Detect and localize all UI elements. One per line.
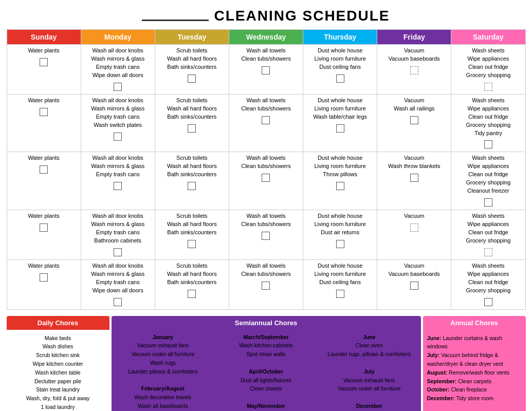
- annual-header: Annual Chores: [423, 316, 526, 330]
- daily-item: Make beds: [11, 334, 105, 343]
- header-sunday: Sunday: [7, 30, 81, 45]
- cell-row4-sun: Water plants: [7, 259, 81, 309]
- cell-row4-mon: Wash all door knobsWash mirrors & glassE…: [81, 259, 155, 309]
- schedule-table: Sunday Monday Tuesday Wednesday Thursday…: [7, 29, 526, 310]
- cell-row3-sat: Wash sheetsWipe appliancesClean out frid…: [451, 210, 525, 260]
- cell-row3-wed: Wash all towelsClean tubs/showers: [229, 210, 303, 260]
- cell-row2-tue: Scrub toiletsWash all hard floorsBath si…: [155, 152, 229, 210]
- cell-row0-thu: Dust whole houseLiving room furnitureDus…: [303, 45, 377, 95]
- daily-header: Daily Chores: [7, 316, 109, 330]
- cell-row4-wed: Wash all towelsClean tubs/showers: [229, 259, 303, 309]
- daily-chores-panel: Daily Chores Make bedsWash dishesScrub k…: [7, 316, 109, 411]
- cell-row3-thu: Dust whole houseLiving room furnitureDus…: [303, 210, 377, 260]
- bottom-section: Daily Chores Make bedsWash dishesScrub k…: [7, 316, 526, 411]
- cell-row2-thu: Dust whole houseLiving room furnitureThr…: [303, 152, 377, 210]
- cell-row0-mon: Wash all door knobsWash mirrors & glassE…: [81, 45, 155, 95]
- annual-item: June: Launder curtains & wash windows: [427, 334, 522, 351]
- cell-row4-fri: VacuumVacuum baseboards: [377, 259, 451, 309]
- daily-item: 1 load laundry: [11, 403, 105, 411]
- annual-item: October: Clean fireplace: [427, 385, 522, 394]
- cell-row2-wed: Wash all towelsClean tubs/showers: [229, 152, 303, 210]
- cell-row1-mon: Wash all door knobsWash mirrors & glassE…: [81, 94, 155, 152]
- cell-row1-sun: Water plants: [7, 94, 81, 152]
- daily-item: Wipe kitchen counter: [11, 360, 105, 368]
- cell-row2-fri: VacuumWash throw blankets: [377, 152, 451, 210]
- annual-item: August: Remove/wash floor vents: [427, 368, 522, 377]
- semi-right-top: March/SeptemberWash kitchen cabinetsSpot…: [214, 330, 318, 411]
- semiannual-inner: JanuaryVacuum exhaust fansVacuum under a…: [112, 330, 421, 411]
- cell-row2-mon: Wash all door knobsWash mirrors & glassE…: [81, 152, 155, 210]
- daily-item: Wash kitchen table: [11, 368, 105, 377]
- semiannual-header: Semiannual Chores: [112, 316, 421, 330]
- cell-row1-wed: Wash all towelsClean tubs/showers: [229, 94, 303, 152]
- header-saturday: Saturday: [451, 30, 525, 45]
- header-wednesday: Wednesday: [229, 30, 303, 45]
- daily-item: Declutter paper pile: [11, 377, 105, 386]
- daily-item: Wash, dry, fold & put away: [11, 394, 105, 403]
- cell-row1-fri: VacuumWash all railings: [377, 94, 451, 152]
- cell-row2-sun: Water plants: [7, 152, 81, 210]
- daily-item: Stain treat laundry: [11, 385, 105, 394]
- annual-item: December: Tidy store room: [427, 394, 522, 403]
- page: CLEANING SCHEDULE Sunday Monday Tuesday …: [7, 0, 526, 411]
- daily-item: Scrub kitchen sink: [11, 351, 105, 360]
- cell-row0-wed: Wash all towelsClean tubs/showers: [229, 45, 303, 95]
- cell-row3-tue: Scrub toiletsWash all hard floorsBath si…: [155, 210, 229, 260]
- cell-row0-sun: Water plants: [7, 45, 81, 95]
- cell-row1-sat: Wash sheetsWipe appliancesClean out frid…: [451, 94, 525, 152]
- title-underline: [142, 20, 209, 21]
- daily-item: Wash dishes: [11, 342, 105, 351]
- header-thursday: Thursday: [303, 30, 377, 45]
- header-friday: Friday: [377, 30, 451, 45]
- annual-item: July: Vacuum behind fridge & washer/drye…: [427, 351, 522, 368]
- title-row: CLEANING SCHEDULE: [7, 5, 526, 24]
- cell-row0-sat: Wash sheetsWipe appliancesClean out frid…: [451, 45, 525, 95]
- cell-row3-sun: Water plants: [7, 210, 81, 260]
- cell-row4-sat: Wash sheetsWipe appliancesClean out frid…: [451, 259, 525, 309]
- cell-row3-mon: Wash all door knobsWash mirrors & glassE…: [81, 210, 155, 260]
- cell-row3-fri: Vacuum: [377, 210, 451, 260]
- annual-chores-panel: Annual Chores June: Launder curtains & w…: [423, 316, 526, 411]
- cell-row1-tue: Scrub toiletsWash all hard floorsBath si…: [155, 94, 229, 152]
- header-tuesday: Tuesday: [155, 30, 229, 45]
- semi-left: JanuaryVacuum exhaust fansVacuum under a…: [112, 330, 215, 411]
- cell-row4-thu: Dust whole houseLiving room furnitureDus…: [303, 259, 377, 309]
- cell-row4-tue: Scrub toiletsWash all hard floorsBath si…: [155, 259, 229, 309]
- cell-row1-thu: Dust whole houseLiving room furnitureWas…: [303, 94, 377, 152]
- main-title: CLEANING SCHEDULE: [214, 8, 390, 24]
- header-monday: Monday: [81, 30, 155, 45]
- annual-item: September: Clean carpets: [427, 377, 522, 386]
- cell-row0-fri: VacuumVacuum baseboards: [377, 45, 451, 95]
- semi-right-bottom: JuneClean ovenLaunder rugs, pillows & co…: [318, 330, 421, 411]
- annual-body: June: Launder curtains & wash windowsJul…: [423, 330, 526, 407]
- semiannual-chores-panel: Semiannual Chores JanuaryVacuum exhaust …: [112, 316, 421, 411]
- daily-body: Make bedsWash dishesScrub kitchen sinkWi…: [7, 330, 109, 411]
- cell-row2-sat: Wash sheetsWipe appliancesClean out frid…: [451, 152, 525, 210]
- cell-row0-tue: Scrub toiletsWash all hard floorsBath si…: [155, 45, 229, 95]
